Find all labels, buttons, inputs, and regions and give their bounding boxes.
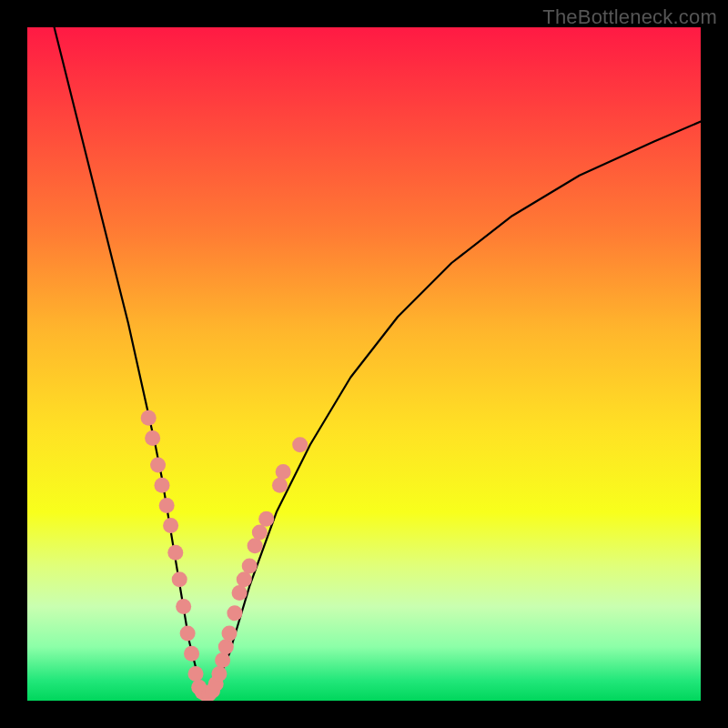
marker-dot — [215, 652, 230, 668]
marker-dot — [232, 585, 248, 601]
marker-dot — [141, 410, 157, 426]
marker-dot — [159, 498, 175, 513]
marker-dot — [248, 538, 263, 553]
curve-path — [55, 27, 701, 694]
marker-dot — [211, 666, 227, 682]
chart-container: TheBottleneck.com — [0, 0, 728, 728]
marker-dot — [221, 625, 237, 641]
marker-dot — [272, 478, 288, 493]
marker-dot — [258, 511, 274, 527]
marker-dot — [252, 524, 268, 540]
marker-dot — [150, 457, 166, 472]
marker-dot — [163, 518, 178, 533]
marker-dot — [172, 571, 187, 587]
marker-dot — [176, 599, 191, 614]
marker-dot — [227, 605, 242, 621]
watermark-text: TheBottleneck.com — [542, 5, 717, 29]
marker-dot — [292, 437, 308, 452]
marker-dot — [242, 558, 258, 573]
marker-dot — [154, 478, 169, 493]
marker-dot — [276, 464, 291, 480]
marker-dot — [218, 639, 234, 654]
series-group — [55, 27, 701, 694]
marker-dot — [237, 571, 252, 587]
marker-dot — [180, 625, 196, 641]
marker-dot — [187, 666, 203, 682]
markers-group — [141, 410, 308, 701]
marker-dot — [184, 646, 199, 662]
plot-area — [27, 27, 701, 701]
chart-svg — [27, 27, 701, 701]
marker-dot — [167, 545, 183, 561]
marker-dot — [145, 430, 160, 446]
